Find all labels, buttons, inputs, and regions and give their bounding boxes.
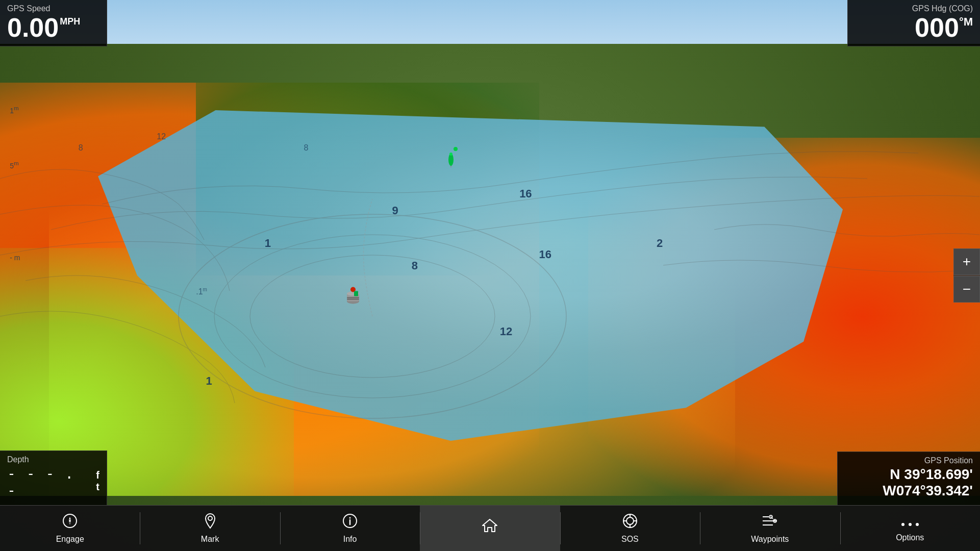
depth-label-9: 9: [392, 204, 398, 217]
svg-rect-7: [354, 291, 358, 296]
waypoints-icon: [761, 513, 779, 533]
depth-dashes: - - - . -: [7, 465, 91, 499]
gps-heading-value-row: 000 °M: [855, 14, 973, 41]
zoom-in-button[interactable]: +: [953, 248, 980, 275]
depth-label-2: 2: [657, 237, 663, 250]
depth-label-16b: 16: [539, 248, 551, 261]
svg-point-18: [349, 517, 351, 519]
depth-label-0-1: .1m: [196, 287, 207, 296]
nav-label-engage: Engage: [56, 535, 84, 544]
nav-marker: [454, 147, 458, 151]
svg-point-34: [909, 523, 912, 526]
more-icon: [901, 515, 919, 531]
gps-heading-unit: °M: [959, 16, 973, 28]
nav-label-mark: Mark: [201, 535, 219, 544]
compass-icon: [62, 513, 78, 533]
svg-rect-9: [347, 299, 359, 300]
gps-speed-value-row: 0.00 MPH: [7, 14, 99, 41]
gps-heading-widget: GPS Hdg (COG) 000 °M: [847, 0, 980, 46]
lifebuoy-icon: [622, 513, 638, 533]
depth-label-8c: 8: [304, 143, 309, 153]
nav-item-mark[interactable]: Mark: [140, 506, 280, 551]
gps-position-widget: GPS Position N 39°18.699' W074°39.342': [837, 452, 980, 505]
depth-value-row: - - - . - f t: [7, 465, 99, 499]
svg-line-30: [771, 517, 775, 521]
gps-lat: N 39°18.699': [845, 466, 973, 483]
nav-label-options: Options: [896, 533, 924, 542]
gps-speed-number: 0.00: [7, 14, 59, 41]
buoy-marker: [446, 152, 456, 167]
depth-label-1a: 1: [265, 237, 271, 250]
nav-item-sos[interactable]: SOS: [560, 506, 700, 551]
gps-position-label: GPS Position: [845, 456, 973, 465]
gps-speed-label: GPS Speed: [7, 4, 99, 13]
scale-dash-m: - m: [10, 254, 20, 262]
depth-label-12: 12: [500, 325, 512, 338]
home-icon: [481, 517, 499, 537]
depth-label-12b: 12: [157, 132, 166, 141]
svg-point-33: [901, 523, 904, 526]
svg-point-35: [916, 523, 919, 526]
depth-label-8b: 8: [79, 143, 83, 153]
scale-1m: 1m: [10, 105, 19, 115]
scale-5m: 5m: [10, 160, 19, 170]
nav-label-info: Info: [343, 535, 357, 544]
depth-label-16a: 16: [519, 187, 532, 201]
svg-rect-8: [347, 297, 359, 298]
nav-label-sos: SOS: [621, 535, 639, 544]
nav-label-waypoints: Waypoints: [751, 535, 789, 544]
depth-unit-t: t: [96, 481, 99, 493]
svg-point-14: [69, 520, 71, 522]
svg-point-15: [208, 516, 212, 520]
contour-lines: [0, 0, 980, 551]
nav-bar: Engage Mark Info: [0, 505, 980, 551]
zoom-controls: + −: [953, 248, 980, 303]
depth-label-8: 8: [412, 259, 418, 272]
nav-item-options[interactable]: Options: [840, 506, 980, 551]
nav-item-engage[interactable]: Engage: [0, 506, 140, 551]
gps-speed-widget: GPS Speed 0.00 MPH: [0, 0, 107, 46]
nav-item-waypoints[interactable]: Waypoints: [700, 506, 840, 551]
zoom-out-button[interactable]: −: [953, 276, 980, 303]
pin-icon: [203, 513, 217, 533]
nav-item-home[interactable]: [420, 506, 560, 551]
info-circle-icon: [342, 513, 358, 533]
gps-speed-unit: MPH: [60, 16, 80, 28]
gps-lon: W074°39.342': [845, 483, 973, 499]
depth-units: f t: [96, 469, 99, 493]
nav-item-info[interactable]: Info: [280, 506, 420, 551]
depth-label-1b: 1: [206, 374, 212, 388]
gps-heading-number: 000: [915, 14, 959, 41]
boat-position: [343, 284, 363, 312]
depth-widget: Depth - - - . - f t: [0, 450, 107, 505]
depth-unit-f: f: [96, 469, 99, 481]
gps-heading-label: GPS Hdg (COG): [855, 4, 973, 13]
svg-point-20: [626, 517, 634, 524]
svg-point-11: [449, 153, 453, 156]
map-view[interactable]: 1 1 8 9 16 16 2 12 .1m 8 12 8 1m 5m - m: [0, 0, 980, 551]
depth-label: Depth: [7, 455, 99, 464]
